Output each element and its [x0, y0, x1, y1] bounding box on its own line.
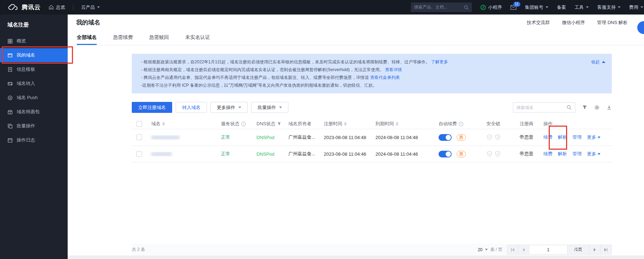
- sort-icon[interactable]: [396, 122, 399, 126]
- search-icon: [464, 5, 469, 10]
- nav-messages[interactable]: 11: [510, 5, 516, 10]
- voucher-list-link[interactable]: 查看代金券列表: [370, 75, 400, 80]
- chevron-down-icon: [640, 6, 643, 8]
- resolve-action-link[interactable]: 解析: [558, 151, 567, 157]
- learn-more-link[interactable]: 了解更多: [431, 59, 448, 64]
- tab-all-domains[interactable]: 全部域名: [77, 34, 97, 45]
- funnel-icon[interactable]: [277, 122, 281, 126]
- transfer-lock-shield-icon[interactable]: [486, 151, 493, 157]
- manage-action-link[interactable]: 管理: [572, 151, 582, 157]
- domain-search-input[interactable]: [516, 105, 563, 110]
- arrow-left-icon: [522, 248, 525, 252]
- tab-content: - 根据最新政策法规要求，自2022年1月1日起，域名注册前必须使用已实名审核的…: [68, 45, 644, 255]
- current-page-input[interactable]: 1: [529, 245, 567, 254]
- row-checkbox[interactable]: [136, 151, 142, 157]
- column-settings-button[interactable]: [594, 105, 600, 110]
- more-action-dropdown[interactable]: 更多: [587, 134, 600, 140]
- sort-icon[interactable]: [344, 122, 347, 126]
- renew-action-link[interactable]: 续费: [543, 134, 553, 140]
- sidebar-item-operation-logs[interactable]: 操作日志: [0, 133, 68, 147]
- column-header-actions: 操作: [539, 121, 612, 127]
- sidebar-item-transfer-in[interactable]: 域名转入: [0, 76, 68, 91]
- dns-status[interactable]: DNSPod: [252, 135, 284, 140]
- transfer-lock-shield-icon[interactable]: [486, 134, 493, 140]
- sidebar-item-overview[interactable]: 概览: [0, 34, 68, 48]
- global-search-placeholder: 搜索产品、文档...: [414, 4, 447, 10]
- table-row: 正常 DNSPod 广州嘉益食... 2023-08-08 11:04:46 2…: [132, 146, 612, 162]
- gear-icon: [594, 105, 600, 110]
- auto-renew-toggle[interactable]: [439, 134, 452, 141]
- info-icon[interactable]: i: [241, 122, 246, 126]
- auto-renew-toggle[interactable]: [439, 151, 452, 157]
- transfer-icon: [7, 81, 13, 86]
- tab-redeem-urgent[interactable]: 急需赎回: [149, 34, 169, 45]
- promo-badge[interactable]: 惠: [457, 151, 466, 157]
- download-button[interactable]: [606, 105, 612, 110]
- last-page-button[interactable]: [600, 245, 611, 254]
- view-details-link[interactable]: 查看详情: [385, 67, 402, 72]
- nav-mini-program[interactable]: 小程序: [480, 4, 502, 11]
- sidebar-item-my-domains[interactable]: 我的域名: [0, 48, 68, 62]
- notice-banner: - 根据最新政策法规要求，自2022年1月1日起，域名注册前必须使用已实名审核的…: [132, 54, 612, 93]
- transfer-domain-button[interactable]: 转入域名: [176, 102, 207, 113]
- nav-overview[interactable]: 总览: [49, 4, 65, 11]
- notice-line: - 根据最新政策法规要求，自2022年1月1日起，域名注册前必须使用已实名审核的…: [141, 58, 605, 66]
- tab-renew-urgent[interactable]: 急需续费: [113, 34, 133, 45]
- column-header-service-status: 服务状态 i: [216, 121, 252, 127]
- copy-icon: [7, 123, 13, 129]
- page-size-select[interactable]: 20 条 / 页: [478, 247, 502, 253]
- arrow-right-icon: [604, 248, 606, 252]
- update-lock-shield-icon[interactable]: [495, 151, 501, 157]
- total-count: 共 2 条: [132, 247, 145, 253]
- notice-line: - 腾讯云全产品通用代金券、指定代金券均不再适用于域名注册产品，包括域名新注、转…: [141, 74, 605, 81]
- sidebar-item-info-template[interactable]: 信息模板: [0, 62, 68, 76]
- search-icon[interactable]: [566, 105, 572, 110]
- column-header-expires[interactable]: 到期时间: [371, 121, 434, 127]
- link-manage-dns[interactable]: 管理 DNS 解析: [597, 19, 628, 26]
- dns-status[interactable]: DNSPod: [252, 151, 284, 157]
- nav-support[interactable]: 客服支持: [597, 4, 621, 11]
- cloud-logo-icon: [8, 4, 18, 11]
- nav-billing[interactable]: 费用: [629, 4, 643, 11]
- prev-page-button[interactable]: [518, 245, 529, 254]
- tencent-cloud-logo[interactable]: 腾讯云: [8, 3, 41, 11]
- top-navbar: 腾讯云 总览 云产品 搜索产品、文档...: [0, 0, 644, 15]
- select-all-checkbox[interactable]: [136, 121, 142, 127]
- info-icon[interactable]: i: [459, 122, 463, 126]
- next-page-button[interactable]: [589, 245, 600, 254]
- first-page-button[interactable]: [507, 245, 518, 254]
- sidebar-item-domain-push[interactable]: 域名 Push: [0, 91, 68, 105]
- nav-group-account[interactable]: 集团账号: [525, 4, 548, 11]
- sort-icon[interactable]: [162, 122, 165, 126]
- batch-actions-dropdown[interactable]: 批量操作: [251, 102, 288, 113]
- domain-search-box: [513, 102, 575, 113]
- more-actions-dropdown[interactable]: 更多操作: [210, 102, 248, 113]
- nav-beian[interactable]: 备案: [557, 4, 566, 11]
- link-wechat-mini[interactable]: 微信小程序: [562, 19, 585, 26]
- domain-owner: 广州嘉益食...: [284, 151, 319, 157]
- service-status: 正常: [216, 134, 252, 140]
- sidebar-item-batch-operations[interactable]: 批量操作: [0, 119, 68, 133]
- more-action-dropdown[interactable]: 更多: [587, 151, 600, 157]
- nav-products[interactable]: 云产品: [81, 4, 100, 11]
- register-domain-button[interactable]: 立即注册域名: [132, 102, 172, 113]
- chevron-down-icon: [97, 6, 100, 8]
- grid-icon: [7, 39, 13, 44]
- sidebar-item-discount-package[interactable]: 域名特惠包: [0, 105, 68, 119]
- row-checkbox[interactable]: [136, 134, 142, 140]
- collapse-notice-button[interactable]: 收起: [591, 58, 605, 66]
- column-header-registered[interactable]: 注册时间: [319, 121, 371, 127]
- app-root: 腾讯云 总览 云产品 搜索产品、文档...: [0, 0, 644, 259]
- nav-tools[interactable]: 工具: [575, 4, 589, 11]
- table-empty-area: [132, 162, 612, 244]
- resolve-action-link[interactable]: 解析: [558, 134, 567, 140]
- global-search[interactable]: 搜索产品、文档...: [411, 2, 472, 12]
- promo-badge[interactable]: 惠: [457, 134, 466, 141]
- tab-unverified[interactable]: 未实名认证: [185, 34, 210, 45]
- renew-action-link[interactable]: 续费: [543, 151, 553, 157]
- column-header-domain[interactable]: 域名: [147, 121, 216, 127]
- link-tech-group[interactable]: 技术交流群: [527, 19, 550, 26]
- filter-button[interactable]: [582, 105, 587, 110]
- update-lock-shield-icon[interactable]: [495, 134, 501, 140]
- manage-action-link[interactable]: 管理: [572, 134, 582, 140]
